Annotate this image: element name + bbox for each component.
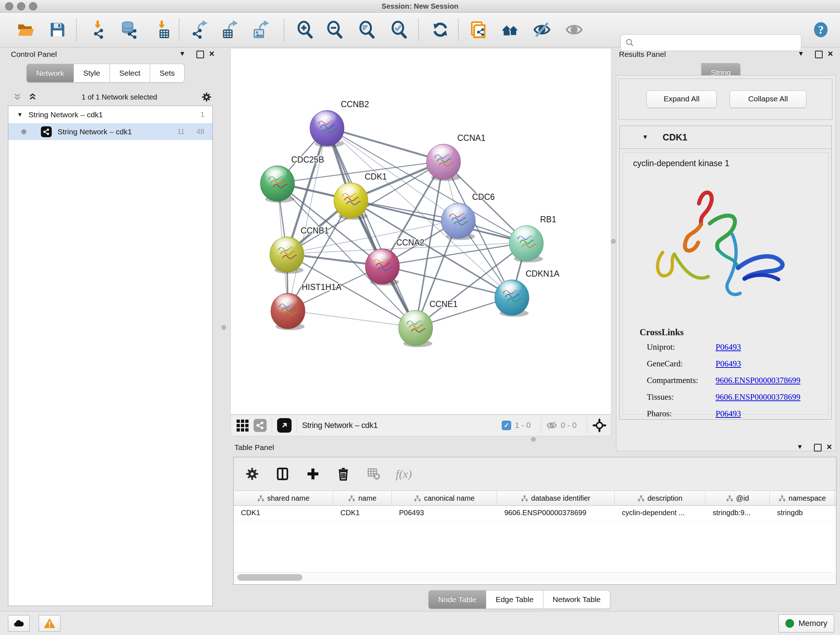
table-cell[interactable]: CDK1	[333, 506, 392, 521]
table-panel-float-icon[interactable]	[814, 444, 821, 451]
tab-style[interactable]: Style	[74, 64, 110, 82]
network-node-RB1[interactable]	[509, 226, 543, 263]
search-input[interactable]	[635, 38, 801, 48]
apply-layout-refresh-icon[interactable]	[431, 20, 450, 40]
protein-section-header[interactable]: ▼ CDK1	[620, 126, 831, 149]
network-row-selected[interactable]: String Network – cdk1 11 48	[8, 123, 212, 140]
cloud-status-button[interactable]	[8, 615, 30, 632]
table-cell[interactable]: stringdb	[770, 506, 835, 521]
network-edge[interactable]	[382, 266, 512, 297]
network-node-CCNE1[interactable]	[399, 310, 433, 347]
collapse-all-chevron-icon[interactable]	[12, 92, 22, 102]
network-edge[interactable]	[327, 127, 416, 327]
new-network-from-selection-icon[interactable]	[469, 20, 488, 40]
houses-icon[interactable]	[500, 20, 520, 40]
network-node-HIST1H1A[interactable]	[271, 293, 305, 330]
table-horizontal-scrollbar[interactable]	[234, 572, 835, 582]
control-panel-menu-icon[interactable]: ▼	[179, 50, 186, 57]
zoom-out-icon[interactable]	[325, 20, 345, 40]
results-panel-menu-icon[interactable]: ▼	[798, 50, 804, 57]
column-header-@id[interactable]: @id	[706, 491, 770, 505]
export-network-icon[interactable]	[189, 20, 209, 40]
hide-selected-eye-slash-icon[interactable]	[532, 20, 552, 40]
toolbar-separator	[76, 19, 77, 41]
network-node-CCNB1[interactable]	[270, 237, 304, 274]
table-panel-menu-icon[interactable]: ▼	[797, 443, 803, 451]
control-panel-float-icon[interactable]	[196, 51, 204, 58]
left-splitter-grip[interactable]	[221, 325, 226, 330]
table-row[interactable]: CDK1CDK1P064939606.ENSP00000378699cyclin…	[234, 506, 836, 521]
selected-checkbox-icon[interactable]: ✓	[502, 421, 511, 430]
grid-view-icon[interactable]	[237, 420, 248, 432]
delete-table-icon[interactable]	[365, 466, 382, 482]
section-collapse-icon[interactable]: ▼	[642, 134, 648, 141]
network-node-CDKN1A[interactable]	[495, 280, 529, 317]
node-label-CCNA2: CCNA2	[396, 238, 424, 247]
table-settings-gear-icon[interactable]	[244, 466, 261, 482]
table-cell[interactable]: CDK1	[234, 506, 333, 521]
column-header-namespace[interactable]: namespace	[770, 491, 835, 505]
import-network-from-database-icon[interactable]	[119, 20, 139, 40]
network-node-CDC25B[interactable]	[261, 166, 294, 203]
expand-all-button[interactable]: Expand All	[646, 90, 717, 108]
scrollbar-thumb[interactable]	[237, 574, 302, 581]
open-session-icon[interactable]	[16, 20, 35, 40]
collapse-all-button[interactable]: Collapse All	[729, 90, 806, 108]
results-panel-float-icon[interactable]	[815, 51, 823, 58]
network-node-CCNB2[interactable]	[310, 111, 344, 147]
tab-edge-table[interactable]: Edge Table	[486, 590, 543, 609]
export-table-icon[interactable]	[220, 20, 240, 40]
memory-button[interactable]: Memory	[778, 614, 834, 632]
results-panel-close-icon[interactable]: ×	[828, 49, 833, 59]
crosslink-link[interactable]: P06493	[715, 359, 741, 369]
string-view-icon[interactable]	[254, 419, 267, 432]
fit-selected-crosshair-icon[interactable]	[592, 418, 607, 432]
network-node-CDK1[interactable]	[334, 183, 368, 220]
table-cell[interactable]: cyclin-dependent ...	[615, 506, 706, 521]
network-node-CCNA1[interactable]	[426, 144, 461, 181]
network-collection-row[interactable]: ▼ String Network – cdk1 1	[8, 106, 212, 123]
column-header-database-identifier[interactable]: database identifier	[497, 491, 615, 505]
column-header-description[interactable]: description	[615, 491, 706, 505]
column-attribute-icon	[348, 494, 355, 502]
import-network-from-file-icon[interactable]	[88, 20, 107, 40]
tab-network[interactable]: Network	[27, 64, 74, 82]
tab-node-table[interactable]: Node Table	[428, 590, 486, 609]
tree-expand-icon[interactable]: ▼	[17, 111, 23, 118]
crosslink-link[interactable]: 9606.ENSP00000378699	[715, 393, 801, 402]
column-header-canonical-name[interactable]: canonical name	[392, 491, 497, 505]
create-column-plus-icon[interactable]	[305, 466, 321, 482]
table-panel-close-icon[interactable]: ×	[827, 442, 832, 452]
export-image-icon[interactable]	[251, 20, 271, 40]
tab-sets[interactable]: Sets	[150, 64, 185, 82]
table-cell[interactable]: P06493	[392, 506, 497, 521]
show-columns-icon[interactable]	[274, 466, 291, 482]
table-cell[interactable]: 9606.ENSP00000378699	[497, 506, 615, 521]
crosslink-link[interactable]: P06493	[715, 342, 741, 352]
crosslink-link[interactable]: 9606.ENSP00000378699	[715, 376, 801, 385]
zoom-selected-icon[interactable]	[390, 20, 409, 40]
tab-select[interactable]: Select	[110, 64, 150, 82]
import-table-from-file-icon[interactable]	[152, 20, 172, 40]
function-builder-icon[interactable]: f(x)	[396, 466, 412, 482]
expand-all-chevron-icon[interactable]	[27, 92, 38, 102]
network-node-CDC6[interactable]	[441, 203, 475, 240]
save-session-icon[interactable]	[48, 20, 67, 40]
table-cell[interactable]: stringdb:9...	[706, 506, 770, 521]
network-edge[interactable]	[288, 310, 416, 327]
network-edge[interactable]	[327, 127, 444, 161]
show-all-eye-icon[interactable]	[564, 20, 584, 40]
crosslink-link[interactable]: P06493	[715, 409, 741, 418]
zoom-fit-icon[interactable]	[357, 20, 377, 40]
control-panel-close-icon[interactable]: ×	[209, 49, 215, 59]
network-options-gear-icon[interactable]	[201, 92, 212, 103]
column-header-shared-name[interactable]: shared name	[234, 491, 333, 505]
tab-network-table[interactable]: Network Table	[543, 590, 611, 609]
delete-column-trash-icon[interactable]	[335, 466, 352, 482]
column-header-name[interactable]: name	[333, 491, 392, 505]
birds-eye-view-icon[interactable]	[277, 418, 292, 432]
help-icon[interactable]: ?	[811, 20, 831, 40]
warnings-button[interactable]	[39, 615, 60, 632]
network-canvas[interactable]: CCNB2CCNA1CDC25BCDK1CDC6RB1CCNB1CCNA2CDK…	[231, 48, 611, 415]
zoom-in-icon[interactable]	[295, 20, 315, 40]
